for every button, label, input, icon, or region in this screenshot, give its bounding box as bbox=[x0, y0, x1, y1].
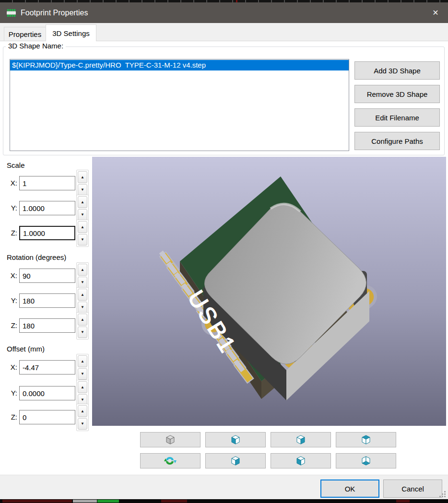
rotation-x-spin-up[interactable]: ▲ bbox=[78, 264, 87, 276]
refresh-icon bbox=[164, 455, 177, 467]
offset-x-spin-up[interactable]: ▲ bbox=[78, 355, 87, 367]
dialog-titlebar: Footprint Properties ✕ bbox=[0, 2, 448, 23]
scale-x-input[interactable] bbox=[19, 176, 75, 190]
axis-y-label: Y: bbox=[6, 389, 17, 397]
configure-paths-button[interactable]: Configure Paths bbox=[354, 132, 440, 150]
cube-back-face-icon bbox=[295, 455, 307, 467]
offset-y-input[interactable] bbox=[19, 386, 75, 400]
rotation-y-spinner: ▲ ▼ bbox=[76, 287, 89, 315]
axis-z-label: Z: bbox=[6, 321, 17, 329]
ruler-segment bbox=[161, 500, 187, 503]
view-back-button[interactable] bbox=[271, 453, 331, 468]
scale-x-spin-down[interactable]: ▼ bbox=[78, 184, 87, 196]
offset-x-spinner: ▲ ▼ bbox=[76, 354, 89, 381]
scale-x-spin-up[interactable]: ▲ bbox=[78, 171, 87, 183]
view-top-button[interactable] bbox=[336, 432, 396, 447]
scale-section-label: Scale bbox=[7, 161, 25, 169]
rotation-y-input[interactable] bbox=[19, 293, 75, 308]
view-bottom-button[interactable] bbox=[336, 453, 396, 468]
scale-z-row: Z: ▲ ▼ bbox=[0, 226, 91, 254]
offset-x-input[interactable] bbox=[19, 360, 75, 374]
offset-y-spinner: ▲ ▼ bbox=[76, 380, 89, 407]
ok-button[interactable]: OK bbox=[320, 480, 379, 498]
cube-front-face-icon bbox=[295, 434, 307, 445]
footprint-icon bbox=[6, 9, 16, 17]
view-iso-button[interactable] bbox=[140, 432, 200, 447]
rotation-z-row: Z: ▲ ▼ bbox=[0, 318, 91, 346]
axis-x-label: X: bbox=[6, 363, 17, 371]
ruler-segment bbox=[396, 500, 410, 503]
rotation-x-input[interactable] bbox=[19, 269, 75, 283]
view-refresh-button[interactable] bbox=[140, 453, 200, 468]
ruler-segment bbox=[2, 500, 72, 503]
cube-left-face-icon bbox=[229, 434, 242, 445]
offset-z-spin-up[interactable]: ▲ bbox=[78, 405, 87, 417]
scale-z-spin-up[interactable]: ▲ bbox=[78, 221, 87, 233]
resize-grip[interactable] bbox=[439, 491, 446, 498]
rotation-x-spin-down[interactable]: ▼ bbox=[78, 277, 87, 289]
rotation-y-spin-up[interactable]: ▲ bbox=[78, 289, 87, 301]
offset-z-row: Z: ▲ ▼ bbox=[0, 410, 91, 438]
background-ruler-bottom bbox=[0, 499, 448, 503]
shape-name-label: 3D Shape Name: bbox=[6, 42, 66, 50]
tab-bar: Properties 3D Settings bbox=[0, 23, 448, 41]
offset-z-spinner: ▲ ▼ bbox=[76, 404, 89, 431]
axis-z-label: Z: bbox=[6, 413, 17, 421]
cube-right-face-icon bbox=[229, 455, 242, 467]
shape-list-item[interactable]: ${KIPRJMOD}/Type-C.pretty/HRO TYPE-C-31-… bbox=[10, 60, 349, 70]
3d-model-render: USB1 bbox=[92, 157, 446, 426]
transform-panel: Scale X: ▲ ▼ Y: ▲ ▼ Z: ▲ ▼ Rotation (deg… bbox=[0, 158, 91, 427]
add-3d-shape-button[interactable]: Add 3D Shape bbox=[354, 61, 440, 80]
scale-y-spin-up[interactable]: ▲ bbox=[78, 196, 87, 208]
offset-x-spin-down[interactable]: ▼ bbox=[78, 368, 87, 380]
tab-properties[interactable]: Properties bbox=[4, 27, 46, 41]
dialog-title: Footprint Properties bbox=[21, 9, 88, 17]
scale-z-spinner: ▲ ▼ bbox=[76, 220, 89, 247]
rotation-z-spin-down[interactable]: ▼ bbox=[78, 327, 87, 339]
cube-top-face-icon bbox=[360, 434, 372, 445]
cube-bottom-face-icon bbox=[360, 455, 372, 467]
shape-list[interactable]: ${KIPRJMOD}/Type-C.pretty/HRO TYPE-C-31-… bbox=[10, 59, 349, 151]
offset-y-spin-up[interactable]: ▲ bbox=[78, 381, 87, 393]
axis-x-label: X: bbox=[6, 179, 17, 187]
scale-y-spinner: ▲ ▼ bbox=[76, 195, 89, 222]
view-front-button[interactable] bbox=[271, 432, 331, 447]
axis-y-label: Y: bbox=[6, 296, 17, 304]
view-left-button[interactable] bbox=[205, 432, 266, 447]
dialog-footer bbox=[0, 475, 448, 499]
axis-y-label: Y: bbox=[6, 204, 17, 212]
axis-z-label: Z: bbox=[6, 229, 17, 237]
ruler-segment bbox=[97, 500, 119, 503]
scale-x-spinner: ▲ ▼ bbox=[76, 170, 89, 197]
rotation-section-label: Rotation (degrees) bbox=[7, 253, 66, 261]
scale-z-input[interactable] bbox=[19, 226, 75, 240]
3d-viewer-canvas[interactable]: USB1 bbox=[92, 157, 446, 426]
edit-filename-button[interactable]: Edit Filename bbox=[354, 108, 440, 127]
scale-z-spin-down[interactable]: ▼ bbox=[78, 234, 87, 246]
remove-3d-shape-button[interactable]: Remove 3D Shape bbox=[354, 85, 440, 103]
rotation-z-input[interactable] bbox=[19, 318, 75, 333]
tab-3d-settings[interactable]: 3D Settings bbox=[46, 24, 96, 41]
offset-z-spin-down[interactable]: ▼ bbox=[78, 418, 87, 430]
scale-y-spin-down[interactable]: ▼ bbox=[78, 209, 87, 221]
ruler-segment bbox=[73, 500, 97, 503]
axis-x-label: X: bbox=[6, 271, 17, 280]
gray-cube-icon bbox=[164, 434, 177, 445]
close-button[interactable]: ✕ bbox=[423, 2, 448, 23]
cancel-button[interactable]: Cancel bbox=[383, 480, 442, 498]
scale-y-input[interactable] bbox=[19, 201, 75, 215]
view-right-button[interactable] bbox=[205, 453, 266, 468]
offset-z-input[interactable] bbox=[19, 410, 75, 424]
rotation-x-spinner: ▲ ▼ bbox=[76, 262, 89, 290]
offset-section-label: Offset (mm) bbox=[7, 345, 45, 353]
rotation-z-spinner: ▲ ▼ bbox=[76, 312, 89, 339]
rotation-y-spin-down[interactable]: ▼ bbox=[78, 302, 87, 314]
rotation-z-spin-up[interactable]: ▲ bbox=[78, 314, 87, 326]
